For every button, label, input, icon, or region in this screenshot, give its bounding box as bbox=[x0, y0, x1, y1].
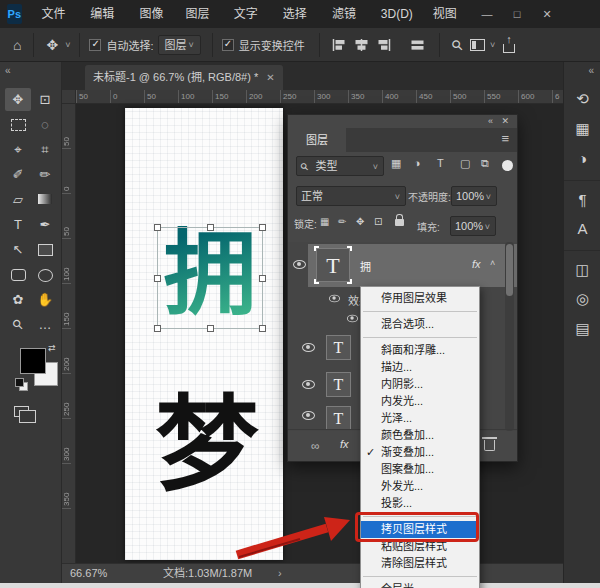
auto-select-dropdown[interactable]: 图层 ˅ bbox=[158, 35, 201, 55]
crop-tool[interactable]: ⌗ bbox=[32, 138, 58, 161]
properties-icon[interactable]: ▤ bbox=[564, 314, 600, 344]
transform-handle[interactable] bbox=[259, 275, 266, 282]
menu-item[interactable]: 投影... bbox=[361, 495, 479, 512]
visibility-eye-icon[interactable] bbox=[302, 411, 315, 420]
menu-item[interactable]: 停用图层效果 bbox=[361, 290, 479, 307]
menubar-item[interactable]: 滤镜(T) bbox=[322, 0, 371, 28]
quick-mask-icon[interactable] bbox=[14, 406, 29, 417]
blend-mode-dropdown[interactable]: 正常 ˅ bbox=[296, 186, 406, 206]
layer-thumbnail[interactable]: T bbox=[326, 335, 351, 360]
zoom-tool[interactable]: ⚲ bbox=[5, 313, 31, 336]
tab-close-icon[interactable]: ✕ bbox=[266, 65, 274, 90]
menubar-item[interactable]: 编辑(E) bbox=[80, 0, 129, 28]
lock-pixels-icon[interactable]: ✏ bbox=[338, 216, 346, 227]
creative-cloud-icon[interactable]: ◎ bbox=[564, 284, 600, 314]
filter-type-icon[interactable]: T bbox=[437, 157, 444, 169]
lock-position-icon[interactable]: ✥ bbox=[356, 216, 364, 227]
lock-all-icon[interactable] bbox=[395, 219, 404, 226]
transform-handle[interactable] bbox=[207, 224, 214, 231]
distribute-icon[interactable] bbox=[410, 38, 425, 52]
transform-handle[interactable] bbox=[154, 275, 161, 282]
layer-thumbnail[interactable]: T bbox=[326, 406, 351, 430]
filter-pixel-icon[interactable]: ▦ bbox=[391, 157, 401, 170]
opacity-dropdown[interactable]: 100% ˅ bbox=[451, 186, 497, 206]
close-panel-icon[interactable]: ✕ bbox=[501, 116, 509, 126]
close-button[interactable]: ✕ bbox=[532, 0, 562, 28]
fill-dropdown[interactable]: 100% ˅ bbox=[450, 216, 496, 236]
auto-select-checkbox[interactable] bbox=[89, 39, 101, 51]
hand-tool[interactable]: ✋ bbox=[32, 288, 58, 311]
menubar-item[interactable]: 图层(L) bbox=[175, 0, 223, 28]
transform-handle[interactable] bbox=[207, 325, 214, 332]
eraser-tool[interactable]: ▱ bbox=[5, 188, 31, 211]
libraries-icon[interactable]: ◫ bbox=[564, 250, 600, 284]
add-layer-style-icon[interactable]: fx bbox=[340, 438, 349, 450]
ellipse-tool[interactable] bbox=[32, 263, 58, 286]
menu-item[interactable]: 斜面和浮雕... bbox=[361, 342, 479, 359]
filter-shape-icon[interactable]: ▢ bbox=[460, 157, 470, 170]
fx-badge[interactable]: fx bbox=[472, 258, 481, 270]
swatches-icon[interactable]: ▦ bbox=[564, 114, 600, 144]
expand-dock-icon[interactable]: « bbox=[588, 65, 594, 76]
maximize-button[interactable]: □ bbox=[502, 0, 532, 28]
more-tools[interactable]: … bbox=[32, 313, 58, 336]
character-icon[interactable]: A bbox=[564, 214, 600, 244]
menubar-item[interactable]: 3D(D) bbox=[371, 0, 423, 28]
menu-item[interactable]: 内发光... bbox=[361, 393, 479, 410]
visibility-eye-icon[interactable] bbox=[302, 380, 315, 389]
pen-tool[interactable]: ✒ bbox=[32, 213, 58, 236]
delete-layer-icon[interactable] bbox=[484, 440, 495, 451]
layers-tab[interactable]: 图层 bbox=[288, 128, 346, 152]
menu-item[interactable]: 混合选项... bbox=[361, 316, 479, 333]
layer-filter-dropdown[interactable]: ⚲ 类型 ˅ bbox=[296, 156, 384, 176]
transform-handle[interactable] bbox=[154, 224, 161, 231]
swap-colors-icon[interactable]: ⇄ bbox=[48, 343, 56, 353]
default-colors-icon[interactable] bbox=[15, 378, 27, 390]
align-right-icon[interactable] bbox=[377, 38, 392, 52]
share-icon[interactable] bbox=[503, 44, 515, 53]
layer-name[interactable]: 拥 bbox=[360, 258, 371, 274]
workspace-icon[interactable] bbox=[470, 39, 485, 51]
foreground-color-swatch[interactable] bbox=[20, 348, 46, 374]
menu-item[interactable]: 清除图层样式 bbox=[361, 555, 479, 572]
minimize-button[interactable]: — bbox=[472, 0, 502, 28]
menubar-item[interactable]: 视图(V) bbox=[423, 0, 472, 28]
menu-item[interactable]: 图案叠加... bbox=[361, 461, 479, 478]
path-select-tool[interactable]: ↖ bbox=[5, 238, 31, 261]
menubar-item[interactable]: 图像(I) bbox=[130, 0, 176, 28]
eyedropper-tool[interactable]: ✐ bbox=[5, 163, 31, 186]
layer-thumbnail[interactable]: T bbox=[316, 248, 350, 282]
visibility-eye-icon[interactable] bbox=[302, 343, 315, 352]
menu-item[interactable]: 外发光... bbox=[361, 478, 479, 495]
panel-menu-icon[interactable]: ≡ bbox=[501, 131, 509, 146]
collapse-panel-icon[interactable]: « bbox=[488, 116, 493, 126]
home-icon[interactable]: ⌂ bbox=[8, 37, 26, 53]
transform-handle[interactable] bbox=[154, 325, 161, 332]
quick-select-tool[interactable]: ⌖ bbox=[5, 138, 31, 161]
text-layer-bottom[interactable]: 梦 bbox=[148, 390, 266, 508]
layer-thumbnail[interactable]: T bbox=[326, 372, 351, 397]
document-tab[interactable]: 未标题-1 @ 66.7% (拥, RGB/8#) * ✕ bbox=[85, 65, 283, 90]
search-icon[interactable]: ⚲ bbox=[444, 32, 470, 58]
lock-transparent-icon[interactable]: ▦ bbox=[320, 216, 329, 227]
transform-bounding-box[interactable] bbox=[157, 227, 263, 329]
rectangle-tool[interactable] bbox=[32, 238, 58, 261]
filter-smart-object-icon[interactable]: ⧉ bbox=[481, 157, 489, 170]
menu-item[interactable]: 渐变叠加... bbox=[361, 444, 479, 461]
marquee-tool[interactable] bbox=[5, 113, 31, 136]
panel-scrollbar[interactable] bbox=[505, 242, 514, 431]
filter-toggle[interactable] bbox=[502, 160, 513, 171]
rounded-rect-tool[interactable] bbox=[5, 263, 31, 286]
menubar-item[interactable]: 文字(Y) bbox=[224, 0, 273, 28]
brush-tool[interactable]: ✏ bbox=[32, 163, 58, 186]
layer-row-selected[interactable]: T 拥 fx ˄ bbox=[288, 244, 517, 287]
transform-handle[interactable] bbox=[259, 224, 266, 231]
zoom-level-field[interactable]: 66.67% bbox=[70, 564, 107, 583]
gradient-tool[interactable] bbox=[32, 188, 58, 211]
menubar-item[interactable]: 选择(S) bbox=[273, 0, 322, 28]
history-icon[interactable]: ⟲ bbox=[564, 84, 600, 114]
menu-item[interactable]: 光泽... bbox=[361, 410, 479, 427]
lock-artboard-icon[interactable]: ⊡ bbox=[374, 216, 382, 227]
menu-item[interactable]: 内阴影... bbox=[361, 376, 479, 393]
move-tool[interactable]: ✥ bbox=[5, 88, 31, 111]
